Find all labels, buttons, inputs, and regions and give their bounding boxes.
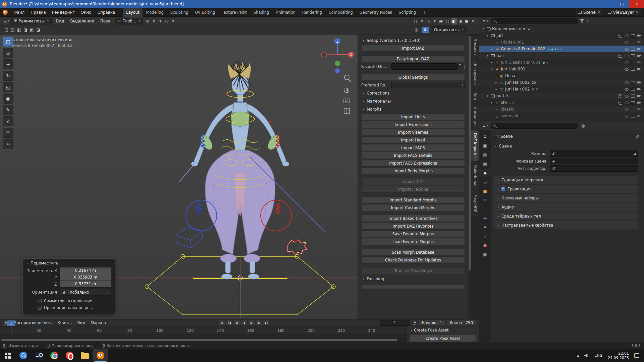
pin-icon[interactable]: ◎ xyxy=(635,133,641,140)
daz-morph-button[interactable]: Import Baked Correctives xyxy=(361,215,465,222)
visibility-toggle-icon[interactable] xyxy=(624,87,629,91)
workspace-tab[interactable]: Scripting xyxy=(395,8,419,17)
xray-toggle-icon[interactable]: ▣ xyxy=(438,18,444,24)
workspace-tab[interactable]: Rendering xyxy=(299,8,325,17)
pose-blend-icon[interactable]: ◨ xyxy=(22,26,29,33)
playhead[interactable]: 1 xyxy=(7,320,15,326)
ntab-daz-importer[interactable]: DAZ Importer xyxy=(471,130,479,161)
daz-morph-button[interactable]: Import Flexions xyxy=(361,186,465,193)
pose-asset-panel-header[interactable]: ▾ Create Pose Asset xyxy=(410,328,476,333)
daz-morph-button[interactable]: Import Expressions xyxy=(361,121,465,128)
menu-item[interactable]: Справка xyxy=(94,9,118,16)
outliner-search-input[interactable] xyxy=(491,18,578,24)
daz-morph-button[interactable]: Import Units xyxy=(361,113,465,120)
orientation-dropdown[interactable]: ⊕ Глоб... ▾ xyxy=(115,18,143,24)
workspace-tab[interactable]: UV Editing xyxy=(192,8,218,17)
tool-transform[interactable]: ◉ xyxy=(3,94,13,104)
outliner-row[interactable]: classic xyxy=(479,106,644,113)
timeline-tracks[interactable] xyxy=(0,335,407,338)
tool-relax-pose[interactable]: ≈ xyxy=(3,139,13,149)
shading-caret-icon[interactable]: ▾ xyxy=(470,18,476,24)
visibility-toggle-icon[interactable] xyxy=(631,80,635,84)
menu-item[interactable]: Файл xyxy=(10,9,28,16)
outliner-row[interactable]: ▸ sf6 ▽8 xyxy=(479,99,644,106)
shading-rendered-icon[interactable]: ● xyxy=(464,18,470,24)
materials-section-header[interactable]: ▸Материалы xyxy=(358,97,468,105)
ptab-texture[interactable]: ▩ xyxy=(480,250,490,258)
visibility-toggle-icon[interactable] xyxy=(631,107,635,111)
outliner-editor-icon[interactable]: ≡▾ xyxy=(482,18,489,24)
properties-search-input[interactable] xyxy=(491,123,578,129)
preferred-root-select[interactable]: ▾ xyxy=(391,82,465,88)
ntab-view[interactable]: Вид xyxy=(471,89,479,103)
ptab-scene[interactable]: ◆ xyxy=(479,169,491,177)
visibility-toggle-icon[interactable] xyxy=(624,34,629,38)
jump-end-button[interactable]: ▶| xyxy=(263,320,270,326)
outliner-row[interactable]: ▾ outfits xyxy=(479,93,644,99)
visibility-toggle-icon[interactable] xyxy=(637,60,641,64)
expander-icon[interactable]: ▾ xyxy=(489,67,494,71)
daz-morph-button[interactable]: Import JCMs xyxy=(361,178,465,185)
visibility-toggle-icon[interactable] xyxy=(637,87,641,91)
outliner-row[interactable]: ▾ Juri Hair.001 xyxy=(479,66,644,72)
visibility-toggle-icon[interactable] xyxy=(637,107,641,111)
visibility-toggle-icon[interactable] xyxy=(637,47,641,51)
target-icon[interactable]: ◎ xyxy=(414,26,420,33)
tool-scale[interactable]: ◱ xyxy=(3,82,13,92)
import-daz-button[interactable]: Import DAZ xyxy=(361,45,465,52)
properties-section[interactable]: ▸ Ключевые наборы xyxy=(494,194,638,202)
outliner-row[interactable]: ▾ hair xyxy=(479,52,644,59)
ptab-world[interactable]: ○ xyxy=(480,178,490,186)
tray-expand-icon[interactable]: ▴ xyxy=(577,353,579,358)
play-reverse-button[interactable]: ◀ xyxy=(241,320,248,326)
daz-morph-button[interactable]: Import Custom Morphs xyxy=(361,204,465,211)
preview-range-icon[interactable]: ◔ xyxy=(411,319,417,326)
daz-morph-button[interactable]: Load Favorite Morphs xyxy=(361,238,465,245)
outliner-row[interactable]: ▸ Juri Hair.002 ⚙▽ xyxy=(479,86,644,93)
folder-icon[interactable] xyxy=(459,65,465,69)
visibility-toggle-icon[interactable] xyxy=(624,101,629,105)
panel-scrollbar[interactable] xyxy=(468,35,471,319)
outliner-row[interactable]: ▾ Коллекция сцены xyxy=(479,25,644,32)
expander-icon[interactable]: ▾ xyxy=(485,94,490,98)
notification-icon[interactable] xyxy=(634,353,639,358)
auto-key-button[interactable]: ◉ xyxy=(219,320,225,326)
property-field[interactable]: ◆ ◢ xyxy=(550,158,638,164)
viewport-menu-item[interactable]: Поза xyxy=(97,17,113,25)
visibility-toggle-icon[interactable] xyxy=(637,67,641,71)
shading-solid-icon[interactable]: ◐ xyxy=(451,18,457,24)
timeline-ruler[interactable]: 20406080100120140160180200220240 xyxy=(0,326,407,335)
menu-item[interactable]: Правка xyxy=(28,9,49,16)
outliner-row[interactable]: ▾ juri xyxy=(479,32,644,39)
daz-morph-button[interactable]: Import DAZ Favorites xyxy=(361,223,465,230)
play-button[interactable]: ▶ xyxy=(248,320,255,326)
daz-morph-button[interactable]: Import Head xyxy=(361,136,465,143)
expander-icon[interactable]: ▸ xyxy=(494,87,499,91)
viewport-3d-region[interactable]: Z X Пользовательская перспектива ( xyxy=(0,35,358,319)
expander-icon[interactable]: ▸ xyxy=(489,101,494,104)
timeline-menu-item[interactable]: Маркер xyxy=(88,320,109,326)
ntab-easy-hdri[interactable]: Easy HDRI xyxy=(471,191,479,217)
prev-key-button[interactable]: ◀| xyxy=(233,320,240,326)
pose-blend-icon[interactable]: ◪ xyxy=(35,26,41,33)
visibility-toggle-icon[interactable] xyxy=(619,54,622,58)
morphs-section-header[interactable]: ▾Morphs xyxy=(358,105,468,113)
visibility-toggle-icon[interactable] xyxy=(631,34,635,38)
outliner-row[interactable]: swimsuit xyxy=(479,113,644,119)
visibility-toggle-icon[interactable] xyxy=(624,107,629,111)
visibility-toggle-icon[interactable] xyxy=(631,101,635,105)
visibility-toggle-icon[interactable] xyxy=(637,114,641,118)
taskbar-chrome-button[interactable] xyxy=(46,349,62,362)
mode-dropdown[interactable]: Ψ Режим позы ▾ xyxy=(11,18,52,24)
scene-selector[interactable]: Scene × xyxy=(575,9,603,16)
proportional-edit-icon[interactable]: ○ xyxy=(164,18,170,24)
visibility-toggle-icon[interactable] xyxy=(624,40,629,44)
tool-cursor[interactable]: ⊕ xyxy=(3,48,13,58)
ntab-tool[interactable]: Инструмент xyxy=(471,59,479,89)
snap-caret-icon[interactable]: ▾ xyxy=(157,18,163,24)
pin-icon[interactable]: ◎ xyxy=(580,122,586,129)
ntab-animation[interactable]: Анимация xyxy=(471,104,479,129)
checkbox-icon[interactable] xyxy=(38,299,42,303)
viewport-menu-item[interactable]: Выделение xyxy=(67,17,97,25)
daz-morph-button[interactable]: Check Database For Updates xyxy=(361,256,465,263)
